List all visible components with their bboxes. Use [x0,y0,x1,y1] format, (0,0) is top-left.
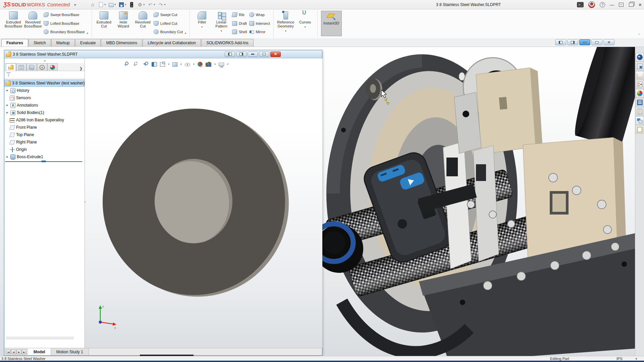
expand-arrow-icon[interactable]: ▶ [6,104,9,107]
part-dock-left-button[interactable] [225,52,235,57]
sheet-metal-bracket[interactable] [476,68,536,154]
tree-item-history[interactable]: ▶ History [4,87,85,94]
task-pane-resources-tab[interactable] [636,62,644,70]
display-style-button[interactable] [172,62,177,67]
previous-view-button[interactable] [143,61,149,67]
brand-expand-arrow[interactable]: ▸ [74,3,76,6]
wrap-button[interactable]: Wrap [249,12,270,18]
tree-root-part[interactable]: 3 8 Stainless Steel Washer (test washer)… [4,79,85,87]
swept-boss-base-button[interactable]: Swept Boss/Base [44,12,85,18]
open-button[interactable]: ▾ [108,1,117,8]
first-tab-button[interactable]: |◀ [6,350,11,354]
task-pane-forum-tab[interactable] [636,116,644,125]
fillet-button[interactable]: Fillet ▾ [193,10,211,38]
swept-cut-button[interactable]: Swept Cut [154,12,183,18]
restore-window-button[interactable] [629,3,634,7]
task-pane-3dexperience-tab[interactable] [636,53,644,61]
task-pane-custom-properties-tab[interactable] [636,125,644,134]
expand-arrow-icon[interactable]: ▶ [6,156,9,158]
shell-button[interactable]: Shell [232,29,247,35]
tab-features[interactable]: Features [1,39,28,47]
expand-arrow-icon[interactable]: ▶ [6,111,9,114]
feature-manager-tab[interactable] [6,63,16,71]
expand-arrow-icon[interactable]: ▶ [6,89,9,92]
extruded-cut-button[interactable]: Extruded Cut [95,10,113,38]
tree-item-sensors[interactable]: Sensors [4,94,85,102]
tree-item-top-plane[interactable]: Top Plane [4,131,85,138]
manager-expand-arrow[interactable]: ❯ [79,66,83,71]
hide-show-items-button[interactable] [185,63,190,66]
panel-grip[interactable] [44,60,46,62]
apply-scene-button[interactable] [206,63,211,67]
help-button[interactable]: ? [600,2,605,7]
hole-wizard-button[interactable]: Hole Wizard [115,10,132,38]
undo-button[interactable]: ↶▾ [147,1,156,8]
curves-dropdown-arrow[interactable]: ▾ [305,25,306,29]
last-tab-button[interactable]: ▶| [22,350,27,354]
rib-button[interactable]: Rib [232,12,247,18]
lifecycle-status-button[interactable] [128,1,135,8]
edit-appearance-button[interactable] [198,62,203,67]
instant3d-button[interactable]: Instant3D [323,11,340,36]
task-pane-design-library-tab[interactable] [636,71,644,79]
home-button[interactable]: ⌂ [89,1,96,8]
user-avatar[interactable] [588,1,595,8]
view-orientation-button[interactable] [160,62,165,67]
lofted-cut-button[interactable]: Lofted Cut [154,20,183,26]
lofted-boss-base-button[interactable]: Lofted Boss/Base [44,20,85,26]
display-manager-tab[interactable] [47,63,58,71]
tree-item-front-plane[interactable]: Front Plane [4,124,85,131]
revolved-boss-base-button[interactable]: Revolved Boss/Base [24,10,42,38]
motion-study-tab[interactable]: Motion Study 1 [51,348,89,355]
status-units-caret[interactable]: ▲ [635,356,638,361]
linear-pattern-button[interactable]: Linear Pattern ▾ [213,10,230,38]
close-window-button[interactable]: ✕ [638,2,642,7]
tab-sketch[interactable]: Sketch [29,39,51,47]
part-close-button[interactable]: ✕ [270,52,281,57]
minimize-window-button[interactable]: — [610,2,614,7]
configuration-manager-tab[interactable] [26,63,37,71]
tree-item-material[interactable]: A286 Iron Base Superalloy [4,116,85,124]
tree-item-solid-bodies[interactable]: ▶ Solid Bodies(1) [4,109,85,116]
reference-geometry-dropdown-arrow[interactable]: ▾ [285,29,286,33]
reference-geometry-button[interactable]: Reference Geometry ▾ [277,10,294,38]
part-minimize-button[interactable] [248,52,258,57]
boss-dropdown-arrow[interactable]: ▾ [87,32,88,35]
tab-solidworks-addins[interactable]: SOLIDWORKS Add-Ins [201,39,253,47]
revolved-cut-button[interactable]: Revolved Cut [134,10,152,38]
new-document-button[interactable]: ▾ [97,1,107,8]
tree-item-right-plane[interactable]: Right Plane [4,138,85,146]
cut-dropdown-arrow[interactable]: ▾ [185,32,186,35]
rollback-bar[interactable] [5,161,82,162]
task-pane-view-palette-tab[interactable] [636,98,644,107]
restore-document-button[interactable] [591,39,602,45]
assembly-3d-view[interactable] [318,47,635,356]
redo-button[interactable]: ↷▾ [157,1,166,8]
share-console-icon[interactable]: >_ [577,2,584,7]
tab-mbd-dimensions[interactable]: MBD Dimensions [101,39,142,47]
draft-button[interactable]: Draft [232,20,247,26]
tab-lifecycle-collaboration[interactable]: Lifecycle and Collaboration [143,39,201,47]
task-pane-appearances-tab[interactable] [636,89,644,98]
motor-cylinder[interactable] [571,47,635,148]
tree-filter-row[interactable] [4,71,85,78]
pattern-dropdown-arrow[interactable]: ▾ [221,29,222,33]
fillet-dropdown-arrow[interactable]: ▾ [201,25,203,29]
part-restore-button[interactable] [259,52,269,57]
extruded-boss-base-button[interactable]: Extruded Boss/Base [5,10,22,38]
tab-evaluate[interactable]: Evaluate [75,39,101,47]
part-window-title-bar[interactable]: 3 8 Stainless Steel Washer.SLDPRT ✕ [4,50,322,58]
dock-right-button[interactable] [567,39,578,45]
options-button[interactable]: ⚙▾ [136,1,146,8]
boundary-boss-base-button[interactable]: Boundary Boss/Base [44,29,85,35]
close-document-button[interactable]: ✕ [603,39,614,45]
status-units[interactable]: IPS [616,356,623,361]
model-tab[interactable]: Model [28,348,51,355]
dock-left-button[interactable] [555,39,566,45]
next-tab-button[interactable]: ▶ [16,350,21,354]
tree-horizontal-scrollbar[interactable] [6,337,73,339]
zoom-to-fit-button[interactable] [124,61,130,67]
prev-tab-button[interactable]: ◀ [11,350,16,354]
view-settings-button[interactable] [219,63,224,66]
minimize-document-button[interactable] [579,39,590,45]
